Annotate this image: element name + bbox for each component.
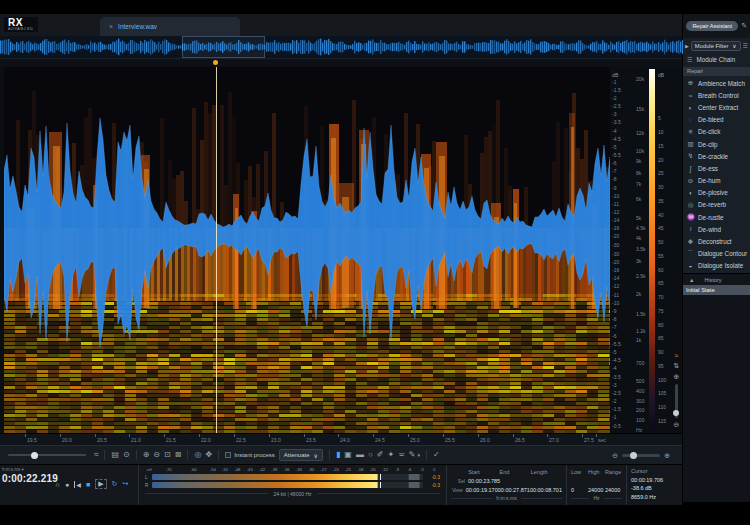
previous-icon[interactable]: ◀ <box>74 481 81 488</box>
instant-process-toggle[interactable]: Instant process <box>225 452 275 458</box>
play-icon[interactable]: ▶ <box>95 479 106 489</box>
monitor-headphones-icon[interactable]: ∩ <box>55 481 60 488</box>
hzoom-slider-track[interactable] <box>622 454 660 457</box>
zoom-in-icon[interactable]: ⊕ <box>143 451 150 459</box>
overview-view-region[interactable] <box>182 36 265 58</box>
comment-icon[interactable]: ⊙ <box>123 451 130 459</box>
magnify-tool-icon[interactable]: ◎ <box>194 451 201 459</box>
tab-close-icon[interactable]: × <box>109 23 113 30</box>
zoom-fit-icon[interactable]: ⊠ <box>175 451 182 459</box>
sel-start-value[interactable]: 00:00:23.785 <box>468 478 500 484</box>
time-selection-tool-icon[interactable]: ▮ <box>336 451 340 459</box>
vertical-zoom-knob[interactable] <box>673 410 679 416</box>
amp-tick-label: -5.5 <box>612 341 621 347</box>
instant-process-checkbox[interactable] <box>225 452 231 458</box>
module-item-de-wind[interactable]: ≀De-wind <box>683 223 750 235</box>
vertical-zoom-in-icon[interactable]: ⊕ <box>674 373 680 381</box>
module-item-de-crackle[interactable]: ↯De-crackle <box>683 150 750 162</box>
module-item-center-extract[interactable]: ◐Center Extract <box>683 101 750 113</box>
time-tick-label: 26.5 <box>515 437 525 443</box>
view-length-value[interactable]: 00:00:08.701 <box>530 487 562 493</box>
module-item-de-clip[interactable]: ▥De-clip <box>683 138 750 150</box>
spectrogram-waveform-blend-slider[interactable] <box>8 454 86 456</box>
hand-tool-icon[interactable]: ✥ <box>205 451 212 459</box>
module-item-dialogue-isolate[interactable]: ◒Dialogue Isolate <box>683 260 750 272</box>
record-icon[interactable]: ● <box>65 481 69 488</box>
module-item-de-reverb[interactable]: ◎De-reverb <box>683 199 750 211</box>
module-item-dialogue-contour[interactable]: ⌒Dialogue Contour <box>683 248 750 260</box>
panel-menu-icon[interactable]: ☰ <box>743 42 748 49</box>
range-value[interactable]: 24000 <box>605 487 622 493</box>
apply-check-icon[interactable]: ✓ <box>433 451 440 459</box>
module-item-de-ess[interactable]: ʃDe-ess <box>683 162 750 174</box>
magic-wand-tool-icon[interactable]: ✦ <box>387 451 394 459</box>
de-ess-icon: ʃ <box>687 165 694 172</box>
view-end-value[interactable]: 00:00:27.871 <box>498 487 530 493</box>
hzoom-slider-knob[interactable] <box>630 452 637 459</box>
playhead-marker-row[interactable] <box>0 58 682 67</box>
stop-icon[interactable]: ■ <box>86 481 90 488</box>
lasso-selection-tool-icon[interactable]: ○ <box>368 451 373 459</box>
waveform-overview-strip[interactable] <box>0 36 682 58</box>
module-item-deconstruct[interactable]: ❖Deconstruct <box>683 235 750 247</box>
module-filter-label: Module Filter <box>695 43 729 49</box>
brush-selection-tool-icon[interactable]: ✐ <box>377 451 384 459</box>
repair-assistant-button[interactable]: Repair Assistant <box>686 21 738 31</box>
collapse-arrow-icon[interactable]: ▲ <box>689 277 694 283</box>
module-item-ambience-match[interactable]: ⊕Ambience Match <box>683 77 750 89</box>
amp-tick-label: -2 <box>612 398 616 404</box>
draw-tool-caret-icon[interactable]: ▾ <box>418 453 421 458</box>
amp-tick-label: -14 <box>612 275 619 281</box>
playhead-line[interactable] <box>216 67 217 433</box>
module-item-de-click[interactable]: ✳De-click <box>683 126 750 138</box>
module-item-breath-control[interactable]: ≈Breath Control <box>683 89 750 101</box>
module-item-de-plosive[interactable]: ◖De-plosive <box>683 187 750 199</box>
module-panel: Repair Assistant ✎ ▶ Module Filter ∨ ☰ ☰… <box>683 14 750 502</box>
module-item-de-bleed[interactable]: ◌De-bleed <box>683 114 750 126</box>
zoom-selection-icon[interactable]: ⊡ <box>164 451 171 459</box>
freq-tick-label: 400 <box>636 388 644 394</box>
meter-scale-label: -3 <box>420 467 424 472</box>
time-ruler[interactable]: sec 19.520.020.521.021.522.022.523.023.5… <box>0 433 682 445</box>
draw-tool-icon[interactable]: ✎ <box>409 451 416 459</box>
find-similar-tool-icon[interactable]: ≍ <box>398 451 405 459</box>
high-value[interactable]: 24000 <box>588 487 605 493</box>
module-item-de-hum[interactable]: ⊘De-hum <box>683 175 750 187</box>
play-selection-icon[interactable]: ↪ <box>122 480 128 488</box>
low-value[interactable]: 0 <box>571 487 588 493</box>
amp-tick-label: -1.5 <box>612 406 621 412</box>
spectrogram-settings-icon[interactable]: ≈ <box>675 352 679 359</box>
loop-icon[interactable]: ↻ <box>112 480 118 488</box>
level-meter-bar <box>152 474 423 480</box>
blend-slider-knob[interactable] <box>31 452 38 459</box>
preview-play-icon[interactable]: ▶ <box>685 43 689 49</box>
vertical-zoom-slider[interactable] <box>675 384 678 418</box>
history-header[interactable]: ▲ History <box>683 273 750 285</box>
module-filter-dropdown[interactable]: Module Filter ∨ <box>691 41 741 51</box>
meter-scale-label: -39 <box>271 467 277 472</box>
frequency-selection-tool-icon[interactable]: ▬ <box>356 451 364 459</box>
de-reverb-icon: ◎ <box>687 201 694 209</box>
colorbar-tick-label: 50 <box>658 239 664 245</box>
spectrogram-display[interactable] <box>4 67 609 433</box>
view-start-value[interactable]: 00:00:19.170 <box>466 487 498 493</box>
hzoom-in-icon[interactable]: ⊕ <box>664 452 670 459</box>
time-format-selector[interactable]: h:m:s.ms ▾ <box>2 467 134 472</box>
document-icon[interactable]: ▤ <box>111 451 119 459</box>
playhead-handle[interactable] <box>213 60 218 65</box>
titlebar: RX ADVANCED × Interview.wav <box>0 14 682 36</box>
spectrogram-waveform-blend-icon[interactable]: ≈ <box>94 451 98 459</box>
zoom-out-icon[interactable]: ⊖ <box>153 451 160 459</box>
edit-pen-icon[interactable]: ✎ <box>741 22 747 30</box>
time-frequency-selection-tool-icon[interactable]: ▣ <box>344 451 352 459</box>
axis-options-icon[interactable]: ⇅ <box>674 362 680 370</box>
colorbar-tick-label: 60 <box>658 267 664 273</box>
channel-label: L <box>145 475 149 480</box>
hzoom-out-icon[interactable]: ⊖ <box>612 452 618 459</box>
history-item[interactable]: Initial State <box>683 285 750 295</box>
process-mode-dropdown[interactable]: Attenuate ∨ <box>279 449 323 461</box>
module-chain-item[interactable]: ☰ Module Chain <box>683 53 750 66</box>
file-tab[interactable]: × Interview.wav <box>100 17 240 36</box>
vertical-zoom-out-icon[interactable]: ⊖ <box>674 421 680 429</box>
module-item-de-rustle[interactable]: ♒De-rustle <box>683 211 750 223</box>
